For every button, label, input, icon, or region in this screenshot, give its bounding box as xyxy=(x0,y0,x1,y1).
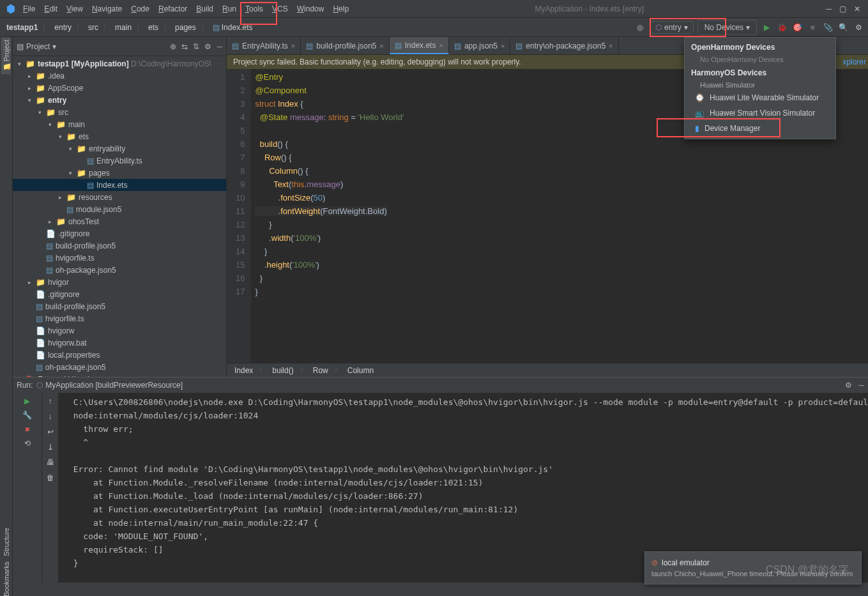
tree-row[interactable]: ▾📁 src xyxy=(13,106,226,118)
stop-icon[interactable]: ■ xyxy=(807,22,818,33)
collapse-icon[interactable]: ⇅ xyxy=(193,42,199,51)
tree-row[interactable]: ▾📁 entryability xyxy=(13,142,226,155)
sync-icon[interactable]: ◎ xyxy=(634,22,646,33)
tv-icon: 📺 xyxy=(695,109,704,118)
menu-tools[interactable]: Tools xyxy=(241,3,267,15)
attach-icon[interactable]: 📎 xyxy=(822,22,834,33)
tree-row[interactable]: ▤ EntryAbility.ts xyxy=(13,155,226,167)
code-crumb-build()[interactable]: build() xyxy=(270,365,296,376)
menu-navigate[interactable]: Navigate xyxy=(88,3,126,15)
restart-icon[interactable]: ⟲ xyxy=(24,439,31,448)
run-config-selector[interactable]: ⬡ entry ▾ xyxy=(650,21,694,34)
run-icon[interactable]: ▶ xyxy=(761,22,772,33)
tree-row[interactable]: 📄 local.properties xyxy=(13,349,226,361)
editor-tab-3[interactable]: ▤app.json5× xyxy=(449,37,510,54)
tree-row[interactable]: ▾📁 testapp1 [MyApplication] D:\Coding\Ha… xyxy=(13,57,226,70)
maximize-icon[interactable]: ▢ xyxy=(839,4,846,13)
tree-row[interactable]: ▾📁 entry xyxy=(13,94,226,106)
crumb-pages[interactable]: pages xyxy=(172,22,199,33)
crumb-main[interactable]: main xyxy=(112,22,134,33)
menu-help[interactable]: Help xyxy=(329,3,353,15)
editor-tab-2[interactable]: ▤Index.ets× xyxy=(390,37,449,54)
tree-row[interactable]: ▸📁 hvigor xyxy=(13,276,226,288)
project-panel-title[interactable]: ▤ Project ▾ xyxy=(17,42,56,51)
project-header: ▤ Project ▾ ⊕ ⇆ ⇅ ⚙ ─ xyxy=(13,37,226,56)
tree-row[interactable]: ▾📁 ets xyxy=(13,130,226,142)
run-tab[interactable]: ⬡ MyApplication [buildPreviewerResource] xyxy=(36,381,183,390)
tree-row[interactable]: 📄 hvigorw.bat xyxy=(13,337,226,349)
dm-item-smart-vision[interactable]: 📺Huawei Smart Vision Simulator xyxy=(685,105,835,121)
menu-run[interactable]: Run xyxy=(218,3,240,15)
menu-refactor[interactable]: Refactor xyxy=(155,3,191,15)
tree-row[interactable]: ▸📚 External Libraries xyxy=(13,373,226,377)
tree-row[interactable]: 📄 .gitignore xyxy=(13,227,226,240)
tree-row[interactable]: ▤ build-profile.json5 xyxy=(13,300,226,312)
code-crumb-Column[interactable]: Column xyxy=(345,365,376,376)
profiler-icon[interactable]: 🎯 xyxy=(791,22,803,33)
crumb-entry[interactable]: entry xyxy=(52,22,74,33)
debug-icon[interactable]: 🐞 xyxy=(776,22,788,33)
menu-view[interactable]: View xyxy=(63,3,87,15)
tree-row[interactable]: ▾📁 pages xyxy=(13,167,226,179)
minimize-icon[interactable]: ─ xyxy=(826,4,832,13)
tree-row[interactable]: ▤ oh-package.json5 xyxy=(13,264,226,276)
dm-item-device-manager[interactable]: ▮Device Manager xyxy=(685,121,835,136)
tree-row[interactable]: ▸📁 .idea xyxy=(13,70,226,82)
editor-tab-1[interactable]: ▤build-profile.json5× xyxy=(301,37,390,54)
settings-icon[interactable]: ⚙ xyxy=(853,22,864,33)
print-icon[interactable]: 🖶 xyxy=(47,458,54,467)
bookmarks-tab-button[interactable]: Bookmarks xyxy=(2,559,11,596)
down-icon[interactable]: ↓ xyxy=(49,412,52,421)
structure-tab-button[interactable]: Structure xyxy=(2,525,11,559)
code-content[interactable]: @Entry @Component struct Index { @State … xyxy=(251,69,404,363)
close-icon[interactable]: ✕ xyxy=(854,4,860,13)
expand-icon[interactable]: ⇆ xyxy=(181,42,188,51)
tree-row[interactable]: ▤ build-profile.json5 xyxy=(13,240,226,252)
tree-row[interactable]: ▤ module.json5 xyxy=(13,203,226,215)
clear-icon[interactable]: 🗑 xyxy=(47,473,54,482)
tree-row[interactable]: 📄 .gitignore xyxy=(13,288,226,300)
crumb-Index-ets[interactable]: ▤ Index.ets xyxy=(210,22,255,33)
project-tab-button[interactable]: 📁 Project xyxy=(1,37,11,74)
scroll-end-icon[interactable]: ⤓ xyxy=(47,443,54,452)
tree-row[interactable]: 📄 hvigorw xyxy=(13,325,226,337)
tree-row[interactable]: ▾📁 main xyxy=(13,118,226,130)
tree-row[interactable]: ▤ Index.ets xyxy=(13,179,226,191)
tree-row[interactable]: ▸📁 resources xyxy=(13,191,226,203)
up-icon[interactable]: ↑ xyxy=(49,397,52,406)
menu-code[interactable]: Code xyxy=(127,3,153,15)
gear-icon[interactable]: ⚙ xyxy=(845,381,852,390)
search-icon[interactable]: 🔍 xyxy=(837,22,849,33)
tree-row[interactable]: ▤ hvigorfile.ts xyxy=(13,252,226,264)
rerun-icon[interactable]: ▶ xyxy=(24,397,30,406)
menu-edit[interactable]: Edit xyxy=(40,3,61,15)
settings-icon[interactable]: ⚙ xyxy=(204,42,211,51)
menu-build[interactable]: Build xyxy=(192,3,217,15)
hide-icon[interactable]: ─ xyxy=(217,42,222,51)
line-gutter: 1234567891011121314151617 xyxy=(227,69,251,363)
code-crumb-Index[interactable]: Index xyxy=(232,365,255,376)
notification-balloon[interactable]: ⊘local emulator launch Chicho_Huawei_Pho… xyxy=(644,551,862,585)
code-crumb-Row[interactable]: Row xyxy=(310,365,331,376)
explorer-label[interactable]: xplorer xyxy=(842,57,866,66)
error-icon: ⊘ xyxy=(651,558,658,567)
menu-file[interactable]: File xyxy=(19,3,39,15)
hide-icon[interactable]: ─ xyxy=(858,381,864,390)
crumb-testapp1[interactable]: testapp1 xyxy=(4,22,40,33)
crumb-ets[interactable]: ets xyxy=(146,22,161,33)
wrench-icon[interactable]: 🔧 xyxy=(22,411,32,420)
stop-icon[interactable]: ■ xyxy=(25,425,29,434)
tree-row[interactable]: ▤ hvigorfile.ts xyxy=(13,312,226,325)
tree-row[interactable]: ▸📁 ohosTest xyxy=(13,215,226,227)
tree-row[interactable]: ▤ oh-package.json5 xyxy=(13,361,226,373)
editor-tab-4[interactable]: ▤entry\oh-package.json5× xyxy=(510,37,618,54)
editor-tab-0[interactable]: ▤EntryAbility.ts× xyxy=(227,37,301,54)
menu-vcs[interactable]: VCS xyxy=(268,3,292,15)
crumb-src[interactable]: src xyxy=(86,22,101,33)
tree-row[interactable]: ▸📁 AppScope xyxy=(13,82,226,94)
soft-wrap-icon[interactable]: ↩ xyxy=(47,427,54,436)
device-selector[interactable]: No Devices ▾ xyxy=(697,20,757,35)
menu-window[interactable]: Window xyxy=(293,3,328,15)
dm-item-lite-wearable[interactable]: ⌚Huawei Lite Wearable Simulator xyxy=(685,90,835,105)
locate-icon[interactable]: ⊕ xyxy=(170,42,176,51)
